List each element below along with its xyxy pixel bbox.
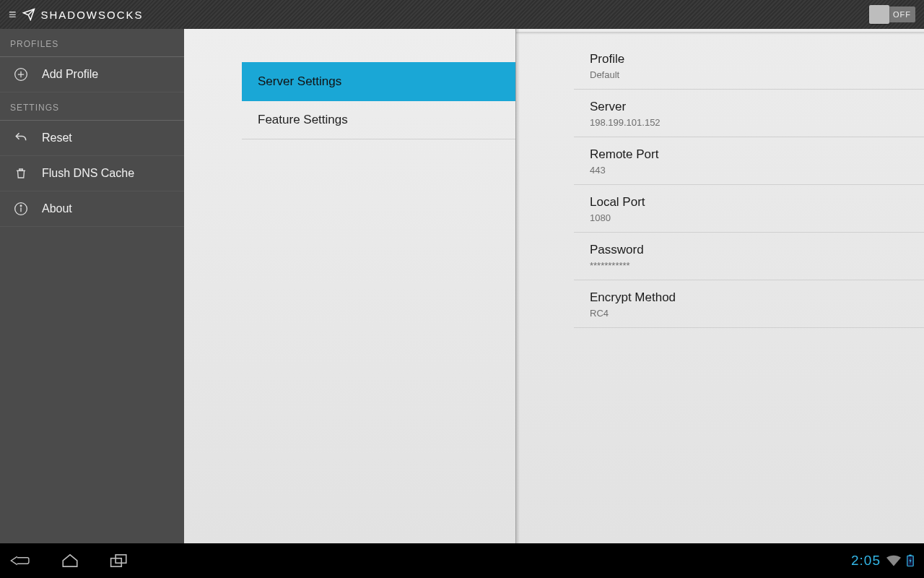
setting-title: Server xyxy=(590,100,908,114)
status-clock[interactable]: 2:05 xyxy=(851,553,881,569)
setting-row-remote-port[interactable]: Remote Port 443 xyxy=(574,137,924,185)
tab-label: Server Settings xyxy=(258,74,341,88)
sidebar: PROFILES Add Profile SETTINGS Reset Flus… xyxy=(0,29,184,543)
settings-category-pane: Server Settings Feature Settings xyxy=(184,29,516,543)
info-icon xyxy=(13,202,29,216)
toggle-label: OFF xyxy=(893,10,911,19)
recent-apps-icon[interactable] xyxy=(110,553,128,568)
setting-title: Remote Port xyxy=(590,147,908,162)
sidebar-item-about[interactable]: About xyxy=(0,191,184,227)
setting-value: RC4 xyxy=(590,308,908,319)
sidebar-item-label: Flush DNS Cache xyxy=(42,167,134,180)
setting-row-profile[interactable]: Profile Default xyxy=(574,42,924,90)
connection-toggle[interactable]: OFF xyxy=(869,7,915,22)
setting-title: Local Port xyxy=(590,195,908,210)
undo-icon xyxy=(13,131,29,145)
sidebar-item-label: Add Profile xyxy=(42,68,98,81)
system-nav-bar: 2:05 xyxy=(0,543,924,578)
setting-title: Profile xyxy=(590,52,908,66)
menu-indicator-icon[interactable]: ≡ xyxy=(9,7,18,22)
setting-row-password[interactable]: Password *********** xyxy=(574,233,924,280)
setting-row-encrypt-method[interactable]: Encrypt Method RC4 xyxy=(574,280,924,328)
trash-icon xyxy=(13,166,29,181)
battery-charging-icon xyxy=(907,554,914,567)
setting-row-server[interactable]: Server 198.199.101.152 xyxy=(574,90,924,137)
setting-title: Encrypt Method xyxy=(590,290,908,305)
setting-value: Default xyxy=(590,69,908,80)
sidebar-item-flush-dns[interactable]: Flush DNS Cache xyxy=(0,156,184,191)
plus-circle-icon xyxy=(13,67,29,82)
tab-label: Feature Settings xyxy=(258,113,348,126)
sidebar-item-label: About xyxy=(42,202,72,215)
setting-title: Password xyxy=(590,243,908,257)
tab-server-settings[interactable]: Server Settings xyxy=(242,62,515,101)
back-icon[interactable] xyxy=(10,553,30,569)
setting-value: 198.199.101.152 xyxy=(590,117,908,128)
paper-plane-icon xyxy=(22,8,35,21)
sidebar-item-reset[interactable]: Reset xyxy=(0,121,184,156)
settings-detail-pane: Profile Default Server 198.199.101.152 R… xyxy=(516,29,924,543)
app-title: SHADOWSOCKS xyxy=(41,9,144,21)
home-icon[interactable] xyxy=(61,553,79,569)
sidebar-item-label: Reset xyxy=(42,131,72,144)
svg-point-2 xyxy=(20,205,22,207)
sidebar-section-profiles: PROFILES xyxy=(0,29,184,57)
sidebar-section-settings: SETTINGS xyxy=(0,92,184,121)
setting-value: 1080 xyxy=(590,212,908,223)
svg-rect-6 xyxy=(909,555,911,556)
tab-feature-settings[interactable]: Feature Settings xyxy=(242,101,515,139)
title-bar: ≡ SHADOWSOCKS OFF xyxy=(0,0,924,29)
sidebar-item-add-profile[interactable]: Add Profile xyxy=(0,57,184,92)
wifi-icon xyxy=(886,555,901,566)
setting-value: *********** xyxy=(590,260,908,271)
setting-row-local-port[interactable]: Local Port 1080 xyxy=(574,185,924,233)
setting-value: 443 xyxy=(590,165,908,176)
